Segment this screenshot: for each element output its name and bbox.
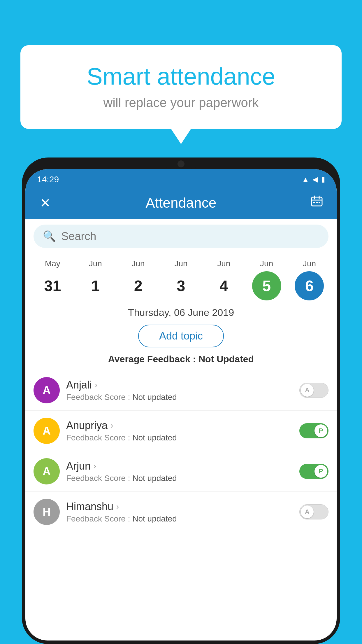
average-feedback: Average Feedback : Not Updated [25,354,337,365]
student-name: Anupriya› [66,419,293,432]
student-name-text: Arjun [66,460,91,472]
cal-date[interactable]: 2 [124,271,153,300]
student-avatar: H [34,499,60,525]
selected-date-label: Thursday, 06 June 2019 [25,307,337,318]
cal-month: May [45,259,60,268]
bubble-subtitle: will replace your paperwork [44,95,318,110]
search-icon: 🔍 [43,230,56,242]
cal-month: Jun [132,259,145,268]
student-feedback: Feedback Score : Not updated [66,393,293,402]
student-feedback: Feedback Score : Not updated [66,474,293,483]
attendance-toggle[interactable]: A [299,504,328,519]
cal-date[interactable]: 5 [252,271,281,300]
cal-date[interactable]: 31 [38,271,67,300]
signal-icon: ◀ [312,175,318,183]
cal-date[interactable]: 3 [166,271,196,300]
calendar-day[interactable]: May31 [34,259,71,300]
toggle-container: A [299,383,328,398]
toggle-knob: A [301,505,314,518]
toggle-container: A [299,504,328,519]
cal-date[interactable]: 1 [81,271,110,300]
toggle-container: P [299,423,328,438]
student-name: Himanshu› [66,501,293,513]
svg-rect-5 [316,202,318,203]
attendance-toggle[interactable]: P [299,423,328,438]
status-bar: 14:29 ▲ ◀ ▮ [25,169,337,187]
toggle-knob: P [314,424,327,437]
cal-date[interactable]: 4 [209,271,238,300]
student-info: Anupriya›Feedback Score : Not updated [66,419,293,442]
chevron-icon: › [116,502,119,511]
svg-rect-6 [319,202,320,203]
calendar-day[interactable]: Jun3 [162,259,200,300]
speech-bubble: Smart attendance will replace your paper… [20,45,342,129]
bubble-title: Smart attendance [44,63,318,90]
cal-month: Jun [217,259,230,268]
student-feedback: Feedback Score : Not updated [66,433,293,442]
cal-month: Jun [303,259,316,268]
student-avatar: A [34,377,60,403]
chevron-icon: › [94,461,96,471]
cal-date[interactable]: 6 [295,271,324,300]
battery-icon: ▮ [321,175,325,183]
camera [178,160,184,167]
app-bar-title: Attendance [54,195,308,211]
toggle-knob: A [301,384,314,397]
wifi-icon: ▲ [302,175,309,183]
avg-feedback-value: Not Updated [198,354,254,364]
attendance-toggle[interactable]: A [299,383,328,398]
student-avatar: A [34,418,60,444]
status-icons: ▲ ◀ ▮ [302,175,325,183]
calendar-day[interactable]: Jun6 [290,259,328,300]
student-item[interactable]: AAnupriya›Feedback Score : Not updatedP [25,411,337,451]
toggle-container: P [299,464,328,479]
student-name: Anjali› [66,379,293,391]
phone-screen: 14:29 ▲ ◀ ▮ ✕ Attendance [25,169,337,640]
calendar-day[interactable]: Jun5 [248,259,286,300]
phone-notch [162,158,200,169]
calendar-day[interactable]: Jun4 [205,259,243,300]
cal-month: Jun [174,259,187,268]
student-info: Himanshu›Feedback Score : Not updated [66,501,293,524]
cal-month: Jun [260,259,273,268]
svg-rect-0 [312,197,322,206]
student-item[interactable]: AArjun›Feedback Score : Not updatedP [25,451,337,492]
app-bar: ✕ Attendance [25,187,337,219]
student-item[interactable]: AAnjali›Feedback Score : Not updatedA [25,370,337,411]
student-avatar: A [34,458,60,484]
student-item[interactable]: HHimanshu›Feedback Score : Not updatedA [25,492,337,532]
student-name-text: Anupriya [66,419,108,432]
search-bar[interactable]: 🔍 [34,225,328,248]
phone-frame: 14:29 ▲ ◀ ▮ ✕ Attendance [22,158,340,644]
search-input[interactable] [61,230,319,243]
student-feedback: Feedback Score : Not updated [66,514,293,524]
chevron-icon: › [95,380,97,390]
student-info: Anjali›Feedback Score : Not updated [66,379,293,402]
add-topic-button[interactable]: Add topic [138,325,224,347]
close-button[interactable]: ✕ [36,195,54,210]
calendar-strip: May31Jun1Jun2Jun3Jun4Jun5Jun6 [25,254,337,300]
student-info: Arjun›Feedback Score : Not updated [66,460,293,483]
svg-rect-4 [313,202,315,203]
speech-bubble-container: Smart attendance will replace your paper… [20,45,342,129]
calendar-day[interactable]: Jun2 [119,259,157,300]
calendar-day[interactable]: Jun1 [76,259,114,300]
calendar-button[interactable] [308,195,326,211]
cal-month: Jun [89,259,102,268]
student-name: Arjun› [66,460,293,472]
status-time: 14:29 [37,174,59,184]
student-list: AAnjali›Feedback Score : Not updatedAAAn… [25,370,337,532]
student-name-text: Himanshu [66,501,113,513]
avg-feedback-label: Average Feedback : [108,354,196,364]
attendance-toggle[interactable]: P [299,464,328,479]
student-name-text: Anjali [66,379,92,391]
toggle-knob: P [314,465,327,478]
chevron-icon: › [110,421,113,430]
